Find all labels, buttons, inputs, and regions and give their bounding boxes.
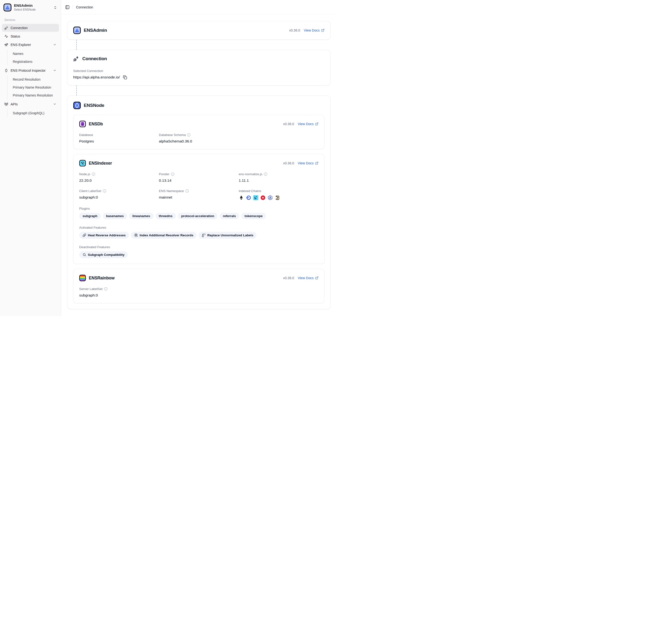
activated-features-label: Activated Features <box>79 226 318 229</box>
sidebar-item-ens-protocol-inspector[interactable]: ENS Protocol Inspector <box>2 67 59 74</box>
plugin-badge: subgraph <box>79 213 101 219</box>
ensindexer-logo-icon <box>79 160 86 167</box>
database-value: Postgres <box>79 139 159 143</box>
ens-normalize-label: ens-normalize.js <box>239 172 262 176</box>
info-icon[interactable] <box>264 172 267 176</box>
ensindexer-view-docs-link[interactable]: View Docs <box>298 161 318 165</box>
sidebar-section-label: Services <box>2 13 59 24</box>
ens-protocol-inspector-sublist: Record Resolution Primary Name Resolutio… <box>7 75 59 99</box>
ensadmin-logo-icon <box>73 26 81 34</box>
ensrainbow-version: v0.36.0 <box>283 276 294 280</box>
connection-card-title: Connection <box>82 56 107 62</box>
sidebar-item-label: Status <box>10 34 20 38</box>
sidebar-item-label: ENS Protocol Inspector <box>10 69 46 72</box>
ensadmin-view-docs-link[interactable]: View Docs <box>304 28 325 32</box>
chevron-down-icon <box>53 43 56 46</box>
sidebar-item-names[interactable]: Names <box>11 50 59 57</box>
plugins-list: subgraph basenames lineanames threedns p… <box>79 213 318 219</box>
indexed-chains-field: Indexed Chains <box>239 189 318 200</box>
plugin-badge: threedns <box>155 213 176 219</box>
sidebar-item-label: Connection <box>10 26 28 30</box>
database-label: Database <box>79 133 159 137</box>
server-labelset-value: subgraph:0 <box>79 293 318 297</box>
plugin-badge: lineanames <box>129 213 153 219</box>
chevrons-up-down-icon <box>53 6 57 9</box>
sidebar-item-primary-names-resolution[interactable]: Primary Names Resolution <box>11 91 59 99</box>
ensnode-selector[interactable]: ENSAdmin Select ENSNode <box>2 2 59 13</box>
database-field: Database Postgres <box>79 133 159 143</box>
ens-namespace-field: ENS Namespace mainnet <box>159 189 239 200</box>
info-icon[interactable] <box>185 189 189 193</box>
database-schema-label: Database Schema <box>159 133 186 137</box>
client-labelset-value: subgraph:0 <box>79 195 159 199</box>
breadcrumb: Connection <box>76 5 93 9</box>
database-schema-value: alphaSchema0.36.0 <box>159 139 239 143</box>
sidebar-item-primary-name-resolution[interactable]: Primary Name Resolution <box>11 83 59 91</box>
ensrainbow-logo-icon <box>79 275 86 281</box>
sidebar-toggle-button[interactable] <box>65 5 70 9</box>
ensnode-card-title: ENSNode <box>84 103 104 108</box>
feature-badge-index-additional-resolver-records: Index Additional Resolver Records <box>131 232 197 239</box>
app-subtitle: Select ENSNode <box>14 8 35 11</box>
plugin-badge: protocol-acceleration <box>178 213 218 219</box>
sidebar-item-label: APIs <box>10 102 18 106</box>
ensadmin-card: ENSAdmin v0.36.0 View Docs <box>67 21 331 40</box>
ens-namespace-label: ENS Namespace <box>159 189 184 193</box>
app-title: ENSAdmin <box>14 3 35 8</box>
sidebar-item-subgraph-graphql[interactable]: Subgraph (GraphQL) <box>11 109 59 117</box>
info-icon[interactable] <box>103 189 106 193</box>
sidebar-item-ens-explorer[interactable]: ENS Explorer <box>2 41 59 49</box>
ensrainbow-card-title: ENSRainbow <box>89 275 115 281</box>
external-link-icon <box>321 29 325 32</box>
nodejs-value: 22.20.0 <box>79 178 159 183</box>
feature-badge-replace-unnormalized-labels: Replace Unnormalized Labels <box>198 232 257 239</box>
chain-linea-icon[interactable] <box>253 195 258 200</box>
sidebar-item-apis[interactable]: APIs <box>2 100 59 108</box>
chain-ethereum-icon[interactable] <box>239 195 244 200</box>
ensdb-view-docs-link[interactable]: View Docs <box>298 122 318 126</box>
ponder-value: 0.13.14 <box>159 178 239 183</box>
chain-base-icon[interactable] <box>246 195 251 200</box>
plugin-badge: referrals <box>219 213 239 219</box>
ensindexer-card: ENSIndexer v0.36.0 View Docs <box>73 154 325 264</box>
info-icon[interactable] <box>104 287 107 291</box>
topbar: Connection <box>61 0 336 15</box>
feature-badge-subgraph-compatibility: Subgraph Compatibility <box>79 251 128 258</box>
deactivated-features-list: Subgraph Compatibility <box>79 251 318 258</box>
ensnode-logo-icon <box>73 102 81 109</box>
plugins-label: Plugins <box>79 207 318 210</box>
ensadmin-logo-icon <box>3 3 11 11</box>
card-connector-line <box>76 40 77 50</box>
sidebar-item-record-resolution[interactable]: Record Resolution <box>11 75 59 83</box>
page-content: ENSAdmin v0.36.0 View Docs Connection S <box>61 15 336 316</box>
sidebar-item-connection[interactable]: Connection <box>2 24 59 32</box>
radio-tower-icon <box>4 102 8 106</box>
server-labelset-field: Server LabelSet subgraph:0 <box>79 287 318 297</box>
chain-optimism-icon[interactable] <box>260 195 265 200</box>
topbar-divider <box>73 5 73 9</box>
sidebar: ENSAdmin Select ENSNode Services Connect… <box>0 0 61 316</box>
sidebar-item-label: ENS Explorer <box>10 43 31 47</box>
chain-arbitrum-icon[interactable] <box>268 195 273 200</box>
sidebar-item-registrations[interactable]: Registrations <box>11 57 59 66</box>
copy-icon <box>123 75 127 79</box>
database-schema-field: Database Schema alphaSchema0.36.0 <box>159 133 239 143</box>
ensindexer-version: v0.36.0 <box>283 161 294 165</box>
copy-url-button[interactable] <box>123 75 127 79</box>
ensadmin-card-title: ENSAdmin <box>84 28 107 33</box>
client-labelset-field: Client LabelSet subgraph:0 <box>79 189 159 200</box>
info-icon[interactable] <box>92 172 95 176</box>
chevron-down-icon <box>53 69 56 72</box>
plugin-badge: basenames <box>103 213 127 219</box>
external-link-icon <box>315 162 318 165</box>
info-icon[interactable] <box>187 133 191 137</box>
connection-url: https://api.alpha.ensnode.io/ <box>73 75 120 79</box>
chain-scroll-icon[interactable] <box>275 195 280 200</box>
sidebar-item-status[interactable]: Status <box>2 32 59 40</box>
info-icon[interactable] <box>171 172 174 176</box>
chevron-down-icon <box>53 102 56 106</box>
ensrainbow-view-docs-link[interactable]: View Docs <box>298 276 318 280</box>
external-link-icon <box>315 122 318 126</box>
selected-connection-label: Selected Connection <box>73 69 325 73</box>
ponder-field: Ponder 0.13.14 <box>159 172 239 183</box>
